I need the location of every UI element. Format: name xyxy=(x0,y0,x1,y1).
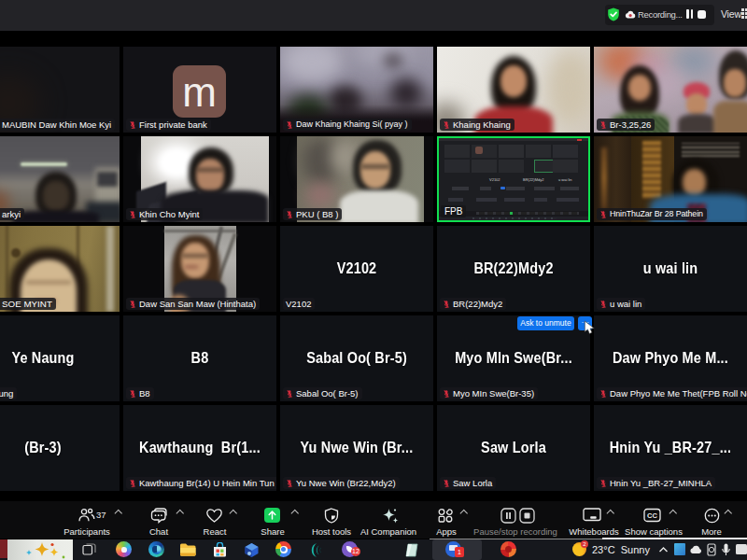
svg-text:CC: CC xyxy=(647,511,657,520)
